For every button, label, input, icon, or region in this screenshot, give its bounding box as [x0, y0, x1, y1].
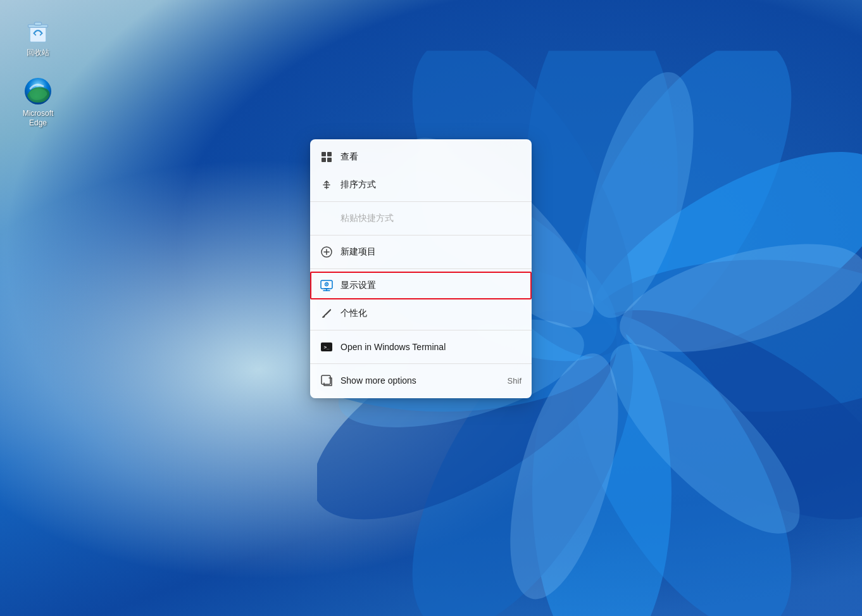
edge-icon[interactable]: Microsoft Edge — [13, 73, 63, 131]
recycle-bin-image — [23, 15, 53, 46]
view-label: 查看 — [340, 151, 522, 163]
menu-item-new[interactable]: 新建项目 — [310, 238, 532, 266]
paste-shortcut-label: 粘贴快捷方式 — [340, 213, 522, 224]
personalize-label: 个性化 — [340, 308, 522, 319]
sort-icon — [320, 179, 333, 191]
new-item-icon — [320, 246, 333, 258]
terminal-label: Open in Windows Terminal — [340, 342, 522, 352]
paste-shortcut-icon — [320, 212, 333, 225]
terminal-icon: >_ — [320, 341, 333, 353]
edge-image — [23, 76, 53, 106]
menu-divider-3 — [310, 268, 532, 269]
svg-rect-18 — [30, 27, 46, 42]
menu-divider-2 — [310, 235, 532, 236]
context-menu: 查看 排序方式 粘贴快捷方式 新建项目 — [310, 139, 532, 398]
desktop-icons-area: 回收站 — [13, 13, 63, 131]
show-more-shortcut: Shif — [508, 376, 522, 386]
menu-item-view[interactable]: 查看 — [310, 143, 532, 171]
display-settings-icon — [320, 279, 333, 292]
menu-divider-4 — [310, 330, 532, 330]
display-settings-label: 显示设置 — [340, 280, 522, 291]
edge-label: Microsoft Edge — [23, 109, 54, 129]
menu-item-show-more[interactable]: Show more options Shif — [310, 367, 532, 394]
recycle-bin-icon[interactable]: 回收站 — [13, 13, 63, 61]
svg-point-25 — [326, 284, 327, 285]
menu-item-display-settings[interactable]: 显示设置 — [310, 272, 532, 299]
sort-label: 排序方式 — [340, 179, 522, 191]
menu-item-personalize[interactable]: 个性化 — [310, 299, 532, 327]
menu-item-paste-shortcut[interactable]: 粘贴快捷方式 — [310, 204, 532, 232]
svg-rect-26 — [322, 375, 330, 384]
terminal-icon-box: >_ — [321, 343, 332, 351]
view-icon — [320, 151, 333, 163]
show-more-icon — [320, 374, 333, 387]
new-item-label: 新建项目 — [340, 246, 522, 258]
menu-divider-1 — [310, 201, 532, 202]
menu-item-sort[interactable]: 排序方式 — [310, 171, 532, 199]
menu-item-terminal[interactable]: >_ Open in Windows Terminal — [310, 333, 532, 361]
personalize-icon — [320, 307, 333, 320]
svg-rect-20 — [35, 22, 42, 25]
recycle-bin-label: 回收站 — [27, 48, 49, 58]
menu-divider-5 — [310, 363, 532, 364]
show-more-label: Show more options — [340, 375, 508, 386]
